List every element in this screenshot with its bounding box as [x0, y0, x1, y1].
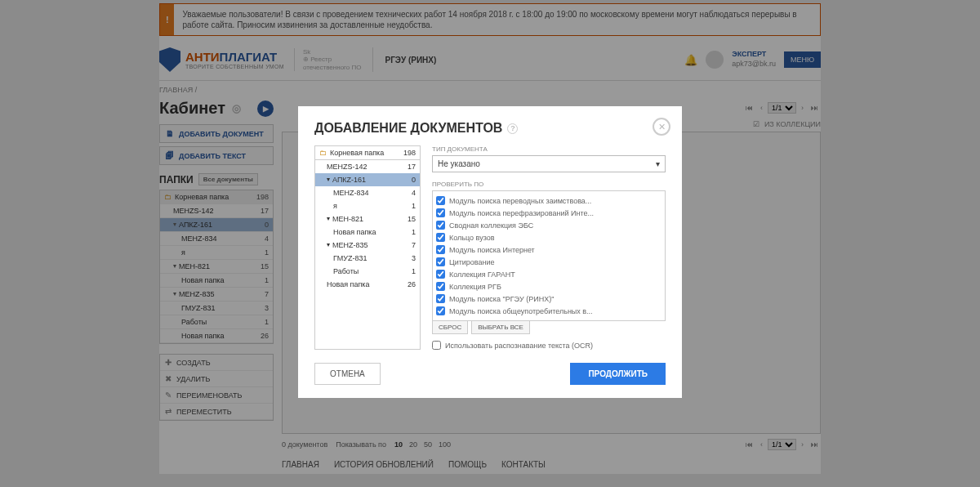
modal-folder-row[interactable]: 🗀Корневая папка198: [315, 146, 420, 160]
reset-button[interactable]: СБРОС: [432, 321, 468, 334]
check-module-row: Коллекция РГБ: [436, 280, 662, 293]
check-module-row: Модуль поиска перефразирований Инте...: [436, 207, 662, 219]
check-module-row: Цитирование: [436, 256, 662, 268]
continue-button[interactable]: ПРОДОЛЖИТЬ: [570, 363, 666, 385]
module-checkbox[interactable]: [436, 208, 445, 217]
chevron-down-icon: ▾: [656, 159, 660, 168]
help-icon[interactable]: ?: [507, 123, 518, 134]
module-checkbox[interactable]: [436, 221, 445, 230]
module-checkbox[interactable]: [436, 294, 445, 303]
modal-folder-row[interactable]: я1: [315, 199, 420, 212]
select-all-button[interactable]: ВЫБРАТЬ ВСЕ: [471, 321, 530, 334]
module-checkbox[interactable]: [436, 245, 445, 254]
modal-folder-row[interactable]: МЕНZS-14217: [315, 160, 420, 173]
close-icon[interactable]: ✕: [653, 118, 670, 136]
check-module-row: Модуль поиска переводных заимствова...: [436, 194, 662, 207]
cancel-button[interactable]: ОТМЕНА: [314, 363, 381, 385]
ocr-label: Использовать распознавание текста (OCR): [445, 342, 593, 350]
ocr-checkbox[interactable]: [432, 341, 441, 350]
module-checkbox[interactable]: [436, 196, 445, 205]
modal-title: ДОБАВЛЕНИЕ ДОКУМЕНТОВ: [314, 121, 502, 136]
modal-folder-row[interactable]: ▾АПКZ-1610: [315, 173, 420, 186]
modal-folder-row[interactable]: Новая папка26: [315, 278, 420, 291]
module-checkbox[interactable]: [436, 306, 445, 315]
check-module-row: Модуль поиска Интернет: [436, 244, 662, 256]
check-module-row: Сводная коллекция ЭБС: [436, 219, 662, 231]
check-modules-list: Модуль поиска переводных заимствова...Мо…: [432, 190, 666, 321]
module-checkbox[interactable]: [436, 233, 445, 242]
add-documents-modal: ✕ ДОБАВЛЕНИЕ ДОКУМЕНТОВ? 🗀Корневая папка…: [298, 106, 682, 398]
modal-folder-row[interactable]: ГМУZ-8313: [315, 252, 420, 265]
modal-folder-row[interactable]: Работы1: [315, 265, 420, 278]
module-checkbox[interactable]: [436, 282, 445, 291]
check-module-row: Кольцо вузов: [436, 231, 662, 244]
modal-folder-row[interactable]: МЕНZ-8344: [315, 186, 420, 199]
modal-folder-row[interactable]: ▾МЕН-82115: [315, 212, 420, 226]
modal-folder-row[interactable]: Новая папка1: [315, 226, 420, 239]
module-checkbox[interactable]: [436, 257, 445, 266]
modal-folder-row[interactable]: ▾МЕНZ-8357: [315, 239, 420, 252]
doc-type-label: ТИП ДОКУМЕНТА: [432, 145, 666, 153]
check-module-row: Модуль поиска общеупотребительных в...: [436, 305, 662, 317]
check-by-label: ПРОВЕРИТЬ ПО: [432, 181, 666, 188]
check-module-row: Коллекция ГАРАНТ: [436, 268, 662, 280]
module-checkbox[interactable]: [436, 270, 445, 279]
check-module-row: Модуль поиска "РГЭУ (РИНХ)": [436, 293, 662, 305]
doc-type-select[interactable]: Не указано▾: [432, 155, 666, 172]
modal-folder-tree: 🗀Корневая папка198МЕНZS-14217▾АПКZ-1610М…: [314, 145, 421, 350]
